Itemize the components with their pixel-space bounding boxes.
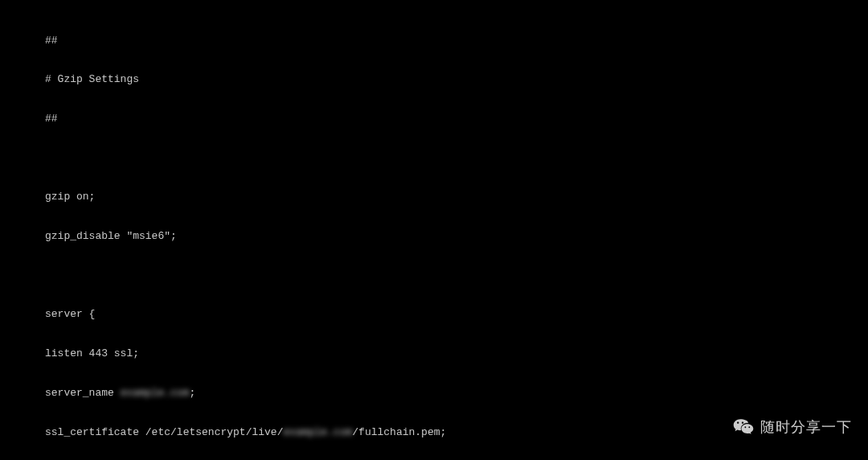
wechat-icon	[733, 417, 754, 437]
code-line: listen 443 ssl;	[6, 347, 868, 360]
code-line: gzip on;	[6, 191, 868, 203]
watermark-text: 随时分享一下	[760, 418, 852, 437]
code-line: server {	[6, 308, 868, 321]
code-line: # Gzip Settings	[6, 73, 868, 86]
code-line: ##	[6, 35, 868, 47]
code-line: gzip_disable "msie6";	[6, 230, 868, 243]
code-line: ##	[6, 113, 868, 125]
code-line: server_name example.com;	[6, 387, 868, 400]
redacted-domain: example.com	[283, 426, 352, 438]
code-line	[6, 152, 868, 165]
redacted-server-name: example.com	[121, 387, 190, 399]
code-line	[6, 269, 868, 282]
watermark: 随时分享一下	[733, 417, 852, 437]
terminal-code-block[interactable]: ## # Gzip Settings ## gzip on; gzip_disa…	[0, 8, 868, 460]
